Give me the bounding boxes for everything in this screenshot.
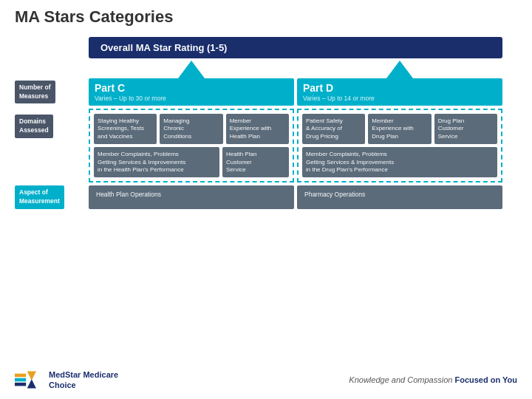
domain-c-staying-healthy: Staying Healthy Screenings, Tests and Va… [94, 114, 157, 144]
domain-d-patient-safety: Patient Safety & Accuracy of Drug Pricin… [302, 114, 365, 144]
tagline-text: Knowledge and Compassion [349, 375, 452, 384]
aspect-d-box: Pharmacy Operations [297, 185, 502, 209]
domains-d-top: Patient Safety & Accuracy of Drug Pricin… [302, 114, 497, 144]
page-title: MA Stars Categories [15, 7, 517, 27]
logo-text: MedStar Medicare Choice [49, 369, 118, 391]
domains-c-bottom: Member Complaints, Problems Getting Serv… [94, 147, 289, 177]
tagline-bold: Focused on You [454, 375, 517, 384]
footer: MedStar Medicare Choice Knowledge and Co… [15, 368, 517, 392]
part-d-subtitle: Varies – Up to 14 or more [303, 95, 497, 102]
overall-bar: Overall MA Star Rating (1-5) [89, 37, 502, 58]
medstar-logo-icon [15, 368, 43, 392]
number-measures-badge: Number of Measures [15, 81, 55, 104]
arrow-right [297, 58, 502, 78]
main-content: Overall MA Star Rating (1-5) Number of M… [15, 37, 517, 209]
domain-d-complaints: Member Complaints, Problems Getting Serv… [302, 147, 497, 177]
page: MA Stars Categories Overall MA Star Rati… [0, 0, 532, 399]
part-c-block: Part C Varies – Up to 30 or more [89, 78, 294, 106]
aspect-row: Aspect of Measurement Health Plan Operat… [15, 185, 502, 209]
aspect-c-box: Health Plan Operations [89, 185, 294, 209]
up-arrow-right [386, 61, 413, 78]
arrows-spacer [15, 58, 89, 78]
domains-d-bottom: Member Complaints, Problems Getting Serv… [302, 147, 497, 177]
svg-rect-2 [15, 383, 26, 386]
part-c-title: Part C [95, 82, 288, 94]
arrows-container [89, 58, 502, 78]
arrow-left [89, 58, 294, 78]
domains-c-group: Staying Healthy Screenings, Tests and Va… [89, 109, 294, 183]
domains-container: Staying Healthy Screenings, Tests and Va… [89, 109, 502, 183]
part-d-block: Part D Varies – Up to 14 or more [297, 78, 502, 106]
part-d-title: Part D [303, 82, 497, 94]
overall-side [15, 37, 89, 58]
logo-line2: Choice [49, 380, 118, 390]
domains-row: Domains Assessed Staying Healthy Screeni… [15, 109, 502, 183]
logo-line1: MedStar Medicare [49, 369, 118, 380]
number-measures-label-cell: Number of Measures [15, 78, 89, 106]
parts-header-container: Part C Varies – Up to 30 or more Part D … [89, 78, 502, 106]
aspect-label-cell: Aspect of Measurement [15, 185, 89, 209]
svg-rect-0 [15, 374, 26, 378]
aspect-badge: Aspect of Measurement [15, 185, 64, 209]
domains-c-top: Staying Healthy Screenings, Tests and Va… [94, 114, 289, 144]
arrows-row [15, 58, 502, 78]
domains-assessed-badge: Domains Assessed [15, 115, 53, 138]
domain-c-health-plan-service: Health Plan Customer Service [222, 147, 289, 177]
logo-area: MedStar Medicare Choice [15, 368, 118, 392]
domain-c-member-experience: Member Experience with Health Plan [226, 114, 289, 144]
domains-assessed-label-cell: Domains Assessed [15, 109, 89, 183]
svg-marker-4 [27, 379, 36, 388]
tagline: Knowledge and Compassion Focused on You [349, 375, 517, 384]
domain-c-complaints: Member Complaints, Problems Getting Serv… [94, 147, 219, 177]
svg-marker-3 [27, 372, 36, 381]
overall-bar-container: Overall MA Star Rating (1-5) [89, 37, 502, 58]
aspect-container: Health Plan Operations Pharmacy Operatio… [89, 185, 502, 209]
domain-c-managing-chronic: Managing Chronic Conditions [160, 114, 222, 144]
domain-d-member-experience: Member Experience with Drug Plan [368, 114, 431, 144]
overall-row: Overall MA Star Rating (1-5) [15, 37, 502, 58]
part-c-subtitle: Varies – Up to 30 or more [95, 95, 288, 102]
svg-rect-1 [15, 378, 26, 382]
up-arrow-left [178, 61, 205, 78]
domains-d-group: Patient Safety & Accuracy of Drug Pricin… [297, 109, 502, 183]
parts-header-row: Number of Measures Part C Varies – Up to… [15, 78, 502, 106]
domain-d-drug-plan-service: Drug Plan Customer Service [434, 114, 497, 144]
